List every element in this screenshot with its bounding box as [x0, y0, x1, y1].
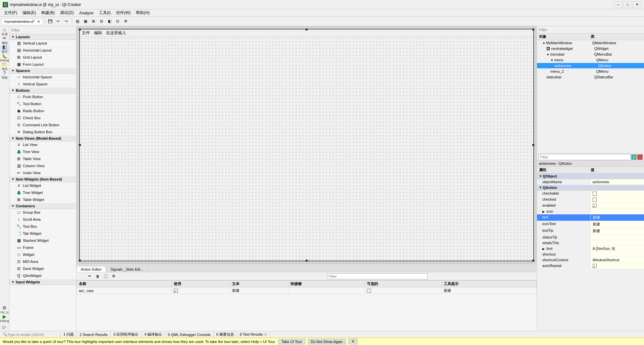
status-test[interactable]: 8 Test Results ☆ [237, 331, 270, 338]
prop-row-whatsthis[interactable]: whatsThis [537, 240, 644, 246]
locate-input[interactable] [7, 333, 58, 337]
form-menu-file[interactable]: 文件 [82, 30, 90, 36]
prop-row-icontext[interactable]: iconText 新建 [537, 221, 644, 228]
category-spacers[interactable]: ▼ Spacers [9, 68, 76, 74]
widget-table-view[interactable]: ⊞ Table View [9, 155, 76, 162]
widget-grid-layout[interactable]: ⊞ Grid Layout [9, 54, 76, 61]
obj-row-statusbar[interactable]: statusbar QStatusBar [537, 74, 644, 80]
form-button[interactable]: ◧ [106, 18, 113, 25]
take-tour-button[interactable]: Take UI Tour [278, 339, 305, 344]
prop-row-tooltip[interactable]: toolTip 新建 [537, 228, 644, 234]
layout-button[interactable]: ⊟ [98, 18, 105, 25]
checkable-checkbox[interactable] [593, 192, 597, 196]
form-canvas[interactable]: 文件 编辑 在这里输入 [79, 29, 534, 261]
widget-qaxwidget[interactable]: Q QAxWidget [9, 272, 76, 279]
prop-row-objectname[interactable]: objectName actionnew [537, 179, 644, 185]
widget-push-button[interactable]: □ Push Button [9, 93, 76, 100]
tab-close-button[interactable]: ✕ [37, 20, 40, 23]
menubar-item[interactable]: 编辑(E) [20, 9, 39, 16]
prop-section-qobject[interactable]: ▼ QObject [537, 174, 644, 179]
minimize-button[interactable]: ─ [614, 1, 623, 8]
property-filter-input[interactable] [538, 154, 631, 160]
autorepeat-checkbox[interactable] [593, 264, 597, 268]
resize-handle-tl[interactable] [79, 28, 81, 30]
obj-row-centralwidget[interactable]: 🖼 centralwidget QWidget [537, 46, 644, 52]
widget-radio-button[interactable]: ◉ Radio Button [9, 108, 76, 115]
widget-vertical-spacer[interactable]: ↕ Vertical Spacer [9, 81, 76, 88]
widget-stacked-widget[interactable]: ▦ Stacked Widget [9, 237, 76, 244]
prop-row-shortcutcontext[interactable]: shortcutContext WindowShortcut [537, 257, 644, 263]
obj-row-menu2[interactable]: menu_2 QMenu [537, 69, 644, 74]
paste-action-button[interactable]: ⚙ [110, 273, 117, 280]
prop-row-checkable[interactable]: checkable [537, 191, 644, 197]
widget-form-layout[interactable]: ▦ Form Layout [9, 61, 76, 68]
category-containers[interactable]: ▼ Containers [9, 203, 76, 209]
dont-show-button[interactable]: Do Not Show Again [308, 339, 346, 344]
category-input-widgets[interactable]: ▼ Input Widgets [9, 279, 76, 285]
resize-handle-tr[interactable] [532, 28, 534, 30]
widget-vertical-layout[interactable]: ▥ Vertical Layout [9, 40, 76, 47]
prop-row-text[interactable]: text 新建 [537, 214, 644, 221]
copy-action-button[interactable]: 📋 [102, 273, 109, 280]
undo-button[interactable]: ↩ [55, 18, 62, 25]
remove-property-button[interactable]: − [637, 154, 643, 160]
menubar-item[interactable]: 构建(B) [39, 9, 57, 16]
menubar-item[interactable]: 调试(D) [57, 9, 76, 16]
menubar-item[interactable]: 控件(W) [113, 9, 133, 16]
align-center-button[interactable]: ▦ [82, 18, 89, 25]
prop-section-qaction[interactable]: ▼ QAction [537, 185, 644, 191]
grid-button[interactable]: ⊡ [114, 18, 121, 25]
redo-button[interactable]: ↪ [63, 18, 70, 25]
widget-scroll-area[interactable]: ↕ Scroll Area [9, 216, 76, 223]
category-item-widgets[interactable]: ▼ Item Widgets (Item-Based) [9, 177, 76, 182]
prop-row-enabled[interactable]: enabled [537, 203, 644, 209]
widget-tree-view[interactable]: 🌲 Tree View [9, 148, 76, 155]
widget-tool-button[interactable]: 🔧 Tool Button [9, 100, 76, 108]
sidebar-edit[interactable]: ✏编辑 [1, 36, 9, 44]
category-item-views[interactable]: ▼ Item Views (Model-Based) [9, 136, 76, 141]
prop-row-font[interactable]: ▶ font A [SimSun, 9] [537, 246, 644, 252]
status-search[interactable]: 2 Search Results [77, 331, 111, 338]
prop-row-autorepeat[interactable]: autoRepeat [537, 263, 644, 269]
widget-group-box[interactable]: □ Group Box [9, 209, 76, 216]
status-qml-debugger[interactable]: 5 QML Debugger Console [165, 331, 213, 338]
widget-filter-input[interactable] [11, 28, 74, 32]
menubar-item[interactable]: Analyze [76, 10, 96, 16]
widget-tree-widget[interactable]: 🌲 Tree Widget [9, 189, 76, 196]
obj-row-actionnew[interactable]: actionnew QAction [537, 63, 644, 69]
edit-action-button[interactable]: ✏ [86, 273, 93, 280]
sidebar-debug[interactable]: 🐛Debug [1, 54, 9, 62]
obj-row-menubar[interactable]: ▼menubar QMenuBar [537, 52, 644, 57]
align-left-button[interactable]: ▤ [74, 18, 81, 25]
close-button[interactable]: ✕ [633, 1, 641, 8]
menubar-item[interactable]: 文件(F) [1, 9, 20, 16]
sidebar-run2[interactable]: ▷ [1, 323, 9, 331]
widget-list-view[interactable]: ≡ List View [9, 141, 76, 148]
active-tab[interactable]: mymainwindow.ui* ✕ [1, 18, 43, 24]
sidebar-welcome[interactable]: ⌂欢迎 [1, 27, 9, 36]
sidebar-run[interactable]: ▶Debug [1, 314, 9, 322]
action-row[interactable]: act...new 新建 新建 [77, 287, 537, 294]
form-grid[interactable] [80, 37, 533, 264]
widget-mdi-area[interactable]: ⊡ MDI Area [9, 258, 76, 265]
widget-command-link[interactable]: ⊙ Command Link Button [9, 122, 76, 129]
sidebar-myui[interactable]: ⚙my_ui [1, 305, 9, 314]
widget-horizontal-layout[interactable]: ▤ Horizontal Layout [9, 47, 76, 54]
category-buttons[interactable]: ▼ Buttons [9, 88, 76, 93]
widget-widget[interactable]: □ Widget [9, 251, 76, 258]
menubar-item[interactable]: 工具(I) [96, 9, 113, 16]
align-right-button[interactable]: ⊞ [90, 18, 97, 25]
action-editor-tab[interactable]: Action Editor [76, 266, 106, 272]
form-menu-edit[interactable]: 编辑 [94, 30, 102, 36]
prop-row-statustip[interactable]: statusTip [537, 234, 644, 240]
object-filter-input[interactable] [539, 28, 642, 32]
widget-column-view[interactable]: ▥ Column View [9, 162, 76, 169]
action-filter-input[interactable] [327, 273, 428, 279]
settings-button[interactable]: ⚙ [122, 18, 129, 25]
status-compile[interactable]: 4 编译输出 [142, 331, 165, 338]
widget-list-widget[interactable]: ≡ List Widget [9, 182, 76, 189]
close-notification-button[interactable]: ✕ [348, 339, 358, 344]
widget-table-widget[interactable]: ⊞ Table Widget [9, 196, 76, 203]
menubar-item[interactable]: 帮助(H) [133, 9, 152, 16]
widget-undo-view[interactable]: ↩ Undo View [9, 169, 76, 177]
